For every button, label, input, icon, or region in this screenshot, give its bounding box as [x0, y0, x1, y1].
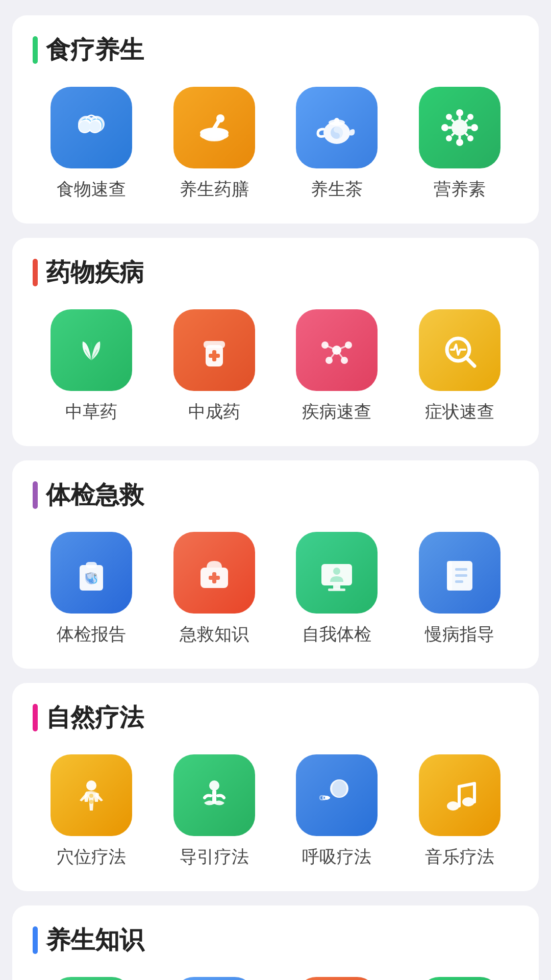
- label-disease-search: 疾病速查: [302, 400, 371, 424]
- section-natural: 自然疗法 穴位疗法: [12, 683, 539, 891]
- section-food-health: 食疗养生: [12, 15, 539, 224]
- icon-exam-report: 🩺: [51, 532, 132, 614]
- item-herb-diet[interactable]: 养生药膳: [156, 87, 273, 201]
- section-medicine: 药物疾病 中草药: [12, 238, 539, 446]
- label-self-exam: 自我体检: [302, 623, 371, 646]
- svg-point-23: [441, 124, 448, 131]
- label-herb-medicine: 中草药: [65, 400, 117, 424]
- svg-line-28: [452, 119, 454, 122]
- icon-herb-medicine: [51, 309, 132, 391]
- icon-body-health: [173, 977, 255, 980]
- item-health-myths[interactable]: 养生误区: [278, 977, 396, 980]
- item-disease-search[interactable]: 疾病速查: [278, 309, 396, 424]
- icon-music-therapy: [419, 754, 500, 836]
- label-food-search: 食物速查: [57, 178, 126, 201]
- svg-point-77: [462, 797, 474, 806]
- label-patent-medicine: 中成药: [188, 400, 240, 424]
- svg-point-21: [456, 139, 463, 146]
- icon-chronic-guide: [419, 532, 500, 614]
- item-herb-medicine[interactable]: 中草药: [33, 309, 151, 424]
- item-exam-report[interactable]: 🩺 体检报告: [33, 532, 151, 646]
- label-first-aid: 急救知识: [180, 623, 249, 646]
- label-nutrition: 营养素: [434, 178, 486, 201]
- icon-health-myths: [296, 977, 378, 980]
- svg-line-80: [459, 783, 474, 787]
- section-header-knowledge: 养生知识: [33, 924, 518, 957]
- svg-rect-41: [209, 354, 220, 358]
- section-header-exam: 体检急救: [33, 479, 518, 511]
- section-bar-food: [33, 36, 38, 64]
- svg-point-29: [467, 114, 473, 120]
- item-self-exam[interactable]: 自我体检: [278, 532, 396, 646]
- item-first-aid[interactable]: 急救知识: [156, 532, 273, 646]
- natural-items-grid: 穴位疗法 导引疗法: [33, 754, 518, 869]
- svg-rect-68: [455, 574, 467, 577]
- icon-nutrition: [419, 87, 500, 168]
- svg-point-72: [89, 800, 93, 804]
- svg-point-73: [209, 780, 219, 791]
- svg-point-33: [467, 135, 473, 141]
- section-title-exam: 体检急救: [46, 479, 144, 511]
- item-music-therapy[interactable]: 音乐疗法: [401, 754, 519, 869]
- main-page: 食疗养生: [0, 0, 551, 980]
- section-title-medicine: 药物疾病: [46, 256, 144, 289]
- icon-food-search: [51, 87, 132, 168]
- item-breath-therapy[interactable]: 呼吸疗法: [278, 754, 396, 869]
- section-health-exam: 体检急救 🩺 体检报告: [12, 460, 539, 669]
- svg-rect-60: [209, 576, 220, 580]
- item-acupoint[interactable]: 穴位疗法: [33, 754, 151, 869]
- svg-point-71: [89, 794, 93, 798]
- section-header-natural: 自然疗法: [33, 701, 518, 734]
- svg-line-52: [466, 358, 474, 366]
- item-health-qa[interactable]: ? 养生问答: [401, 977, 519, 980]
- svg-point-13: [216, 114, 224, 122]
- svg-point-27: [446, 114, 452, 120]
- item-tcm-knowledge[interactable]: 中医知识: [33, 977, 151, 980]
- svg-rect-63: [328, 589, 345, 591]
- icon-health-tea: [296, 87, 378, 168]
- food-items-grid: 食物速查 养生药膳: [33, 87, 518, 201]
- svg-rect-67: [455, 568, 467, 571]
- icon-patent-medicine: [173, 309, 255, 391]
- item-food-search[interactable]: 食物速查: [33, 87, 151, 201]
- svg-point-31: [446, 135, 452, 141]
- item-chronic-guide[interactable]: 慢病指导: [401, 532, 519, 646]
- icon-herb-diet: [173, 87, 255, 168]
- label-breath-therapy: 呼吸疗法: [302, 845, 371, 869]
- svg-rect-66: [447, 561, 452, 591]
- icon-acupoint: [51, 754, 132, 836]
- svg-point-76: [447, 801, 459, 811]
- svg-point-25: [471, 124, 478, 131]
- item-nutrition[interactable]: 营养素: [401, 87, 519, 201]
- icon-first-aid: [173, 532, 255, 614]
- section-title-food: 食疗养生: [46, 34, 144, 66]
- svg-rect-69: [455, 580, 463, 583]
- item-body-health[interactable]: 形体保健: [156, 977, 273, 980]
- item-patent-medicine[interactable]: 中成药: [156, 309, 273, 424]
- section-bar-natural: [33, 704, 38, 731]
- section-bar-medicine: [33, 259, 38, 286]
- icon-disease-search: [296, 309, 378, 391]
- svg-rect-54: [86, 562, 97, 568]
- svg-point-75: [332, 780, 346, 797]
- item-guide-therapy[interactable]: 导引疗法: [156, 754, 273, 869]
- svg-point-9: [89, 121, 101, 132]
- icon-breath-therapy: [296, 754, 378, 836]
- svg-point-57: [89, 579, 94, 584]
- knowledge-items-grid: 中医知识: [33, 977, 518, 980]
- item-health-tea[interactable]: 养生茶: [278, 87, 396, 201]
- section-bar-exam: [33, 481, 38, 509]
- label-acupoint: 穴位疗法: [57, 845, 126, 869]
- section-header-medicine: 药物疾病: [33, 256, 518, 289]
- svg-rect-39: [204, 341, 225, 348]
- section-header-food: 食疗养生: [33, 34, 518, 66]
- svg-point-19: [456, 109, 463, 116]
- svg-point-70: [86, 780, 96, 791]
- label-guide-therapy: 导引疗法: [180, 845, 249, 869]
- label-chronic-guide: 慢病指导: [425, 623, 494, 646]
- label-health-tea: 养生茶: [311, 178, 363, 201]
- section-title-knowledge: 养生知识: [46, 924, 144, 957]
- label-exam-report: 体检报告: [57, 623, 126, 646]
- item-symptom-search[interactable]: 症状速查: [401, 309, 519, 424]
- label-symptom-search: 症状速查: [425, 400, 494, 424]
